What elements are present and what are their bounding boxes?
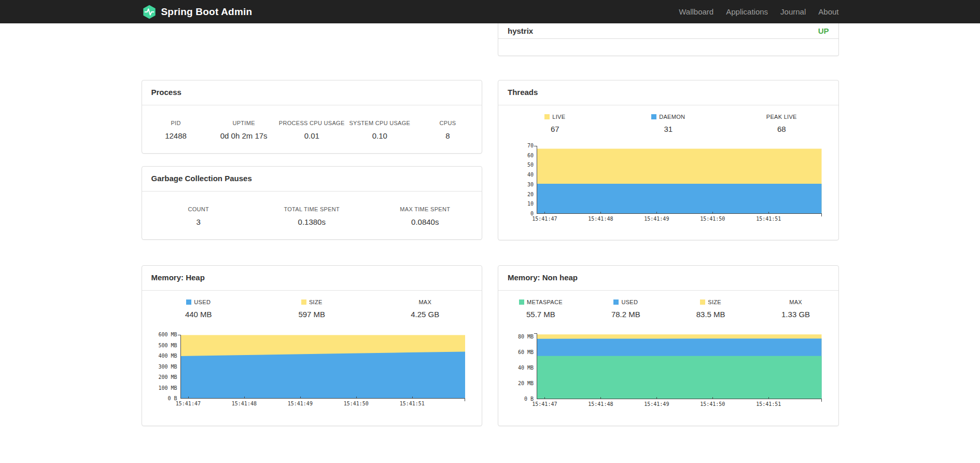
metric-label: COUNT: [142, 206, 256, 212]
y-axis-label: 80 MB: [518, 334, 534, 339]
metric-value: 0.1380s: [255, 217, 369, 226]
threads-panel-title: Threads: [498, 80, 838, 105]
legend-value: 78.2 MB: [611, 310, 640, 319]
x-axis-tick: [600, 397, 601, 399]
brand-link[interactable]: Spring Boot Admin: [142, 4, 253, 20]
legend-label: DAEMON: [659, 114, 685, 120]
y-axis-label: 500 MB: [158, 343, 177, 348]
health-row: hystrix UP: [498, 23, 838, 39]
metric-pid: PID 12488: [142, 120, 210, 140]
legend-value: 83.5 MB: [696, 310, 725, 319]
nav-item-about[interactable]: About: [812, 7, 838, 16]
legend-label: LIVE: [552, 114, 565, 120]
x-axis-tick: [300, 397, 301, 399]
legend-item-size: SIZE 597 MB: [255, 299, 369, 319]
metric-value: 3: [142, 217, 256, 226]
y-axis: [537, 146, 537, 214]
x-axis-labels: 15:41:4715:41:4815:41:4915:41:5015:41:51: [537, 401, 822, 410]
legend-swatch: [186, 299, 191, 305]
legend-swatch: [519, 299, 524, 305]
legend-value: 597 MB: [298, 310, 325, 319]
memory-heap-chart: 0 B100 MB200 MB300 MB400 MB500 MB600 MB1…: [180, 335, 466, 409]
main-content: Process PID 12488 UPTIME 0d 0h 2m 17s PR…: [134, 23, 847, 426]
memory-heap-panel-title: Memory: Heap: [142, 266, 482, 291]
legend-label: USED: [621, 299, 638, 305]
y-axis: [537, 333, 537, 399]
gc-panel: Garbage Collection Pauses COUNT 3 TOTAL …: [142, 166, 483, 240]
metric-value: 0.01: [278, 131, 346, 140]
metric-value: 0.0840s: [369, 217, 482, 226]
y-axis-end-tick: [534, 146, 537, 146]
gc-panel-title: Garbage Collection Pauses: [142, 167, 482, 192]
nav-item-journal[interactable]: Journal: [774, 7, 812, 16]
legend-label: SIZE: [708, 299, 721, 305]
legend-label: USED: [194, 299, 211, 305]
memory-nonheap-panel-title: Memory: Non heap: [498, 266, 838, 291]
chart-plot: 010203040506070: [537, 146, 822, 214]
memory-heap-body: USED 440 MB SIZE 597 MB MAX 4.25 GB 0 B1…: [142, 291, 482, 409]
x-axis-tick: [544, 212, 545, 214]
metric-label: TOTAL TIME SPENT: [255, 206, 369, 212]
x-axis-tick: [656, 397, 657, 399]
metric-process-cpu: PROCESS CPU USAGE 0.01: [278, 120, 346, 140]
left-column: Process PID 12488 UPTIME 0d 0h 2m 17s PR…: [134, 23, 491, 426]
y-axis-label: 40 MB: [518, 365, 534, 371]
metric-gc-max-time: MAX TIME SPENT 0.0840s: [369, 206, 482, 226]
x-axis-label: 15:41:48: [232, 401, 257, 406]
y-axis-label: 70: [527, 143, 534, 148]
area-chart-svg: [537, 333, 822, 399]
x-axis: [537, 399, 822, 399]
threads-panel: Threads LIVE 67 DAEMON 31 PEAK LIVE 68: [498, 80, 839, 240]
y-axis-label: 60 MB: [518, 350, 534, 355]
chart-plot: 0 B100 MB200 MB300 MB400 MB500 MB600 MB: [180, 335, 466, 399]
legend-item-peak-live: PEAK LIVE 68: [725, 114, 838, 133]
legend-swatch: [613, 299, 619, 305]
x-axis-tick: [412, 397, 413, 399]
nav-item-wallboard[interactable]: Wallboard: [673, 7, 720, 16]
x-axis-tick: [188, 397, 189, 399]
legend-value: 4.25 GB: [411, 310, 439, 319]
spring-boot-admin-logo-icon: [142, 4, 157, 20]
y-axis-label: 20 MB: [518, 381, 534, 386]
x-axis-tick: [712, 397, 713, 399]
legend-value: 68: [777, 125, 786, 133]
memory-nonheap-body: METASPACE 55.7 MB USED 78.2 MB SIZE 83.5…: [498, 291, 838, 410]
memory-heap-panel: Memory: Heap USED 440 MB SIZE 597 MB MAX…: [142, 265, 483, 426]
legend-swatch: [700, 299, 705, 305]
legend-value: 55.7 MB: [526, 310, 555, 319]
metric-label: SYSTEM CPU USAGE: [346, 120, 414, 126]
brand-title: Spring Boot Admin: [161, 6, 253, 18]
nonheap-legend: METASPACE 55.7 MB USED 78.2 MB SIZE 83.5…: [498, 299, 838, 319]
process-panel: Process PID 12488 UPTIME 0d 0h 2m 17s PR…: [142, 80, 483, 154]
y-axis-label: 300 MB: [158, 364, 177, 370]
legend-label: MAX: [789, 299, 802, 305]
metric-system-cpu: SYSTEM CPU USAGE 0.10: [346, 120, 414, 140]
legend-swatch: [651, 114, 656, 119]
x-axis-label: 15:41:51: [756, 401, 781, 407]
metric-value: 0d 0h 2m 17s: [210, 131, 278, 140]
x-axis-label: 15:41:47: [532, 216, 557, 222]
x-axis-tick: [356, 397, 357, 399]
x-axis: [180, 398, 466, 399]
y-axis-label: 200 MB: [158, 375, 177, 380]
heap-legend: USED 440 MB SIZE 597 MB MAX 4.25 GB: [142, 299, 482, 319]
legend-item-max: MAX 4.25 GB: [369, 299, 482, 319]
nav-item-applications[interactable]: Applications: [720, 7, 774, 16]
y-axis-label: 400 MB: [158, 353, 177, 359]
health-panel-padding: [498, 39, 838, 56]
metric-label: PID: [142, 120, 210, 126]
process-metrics: PID 12488 UPTIME 0d 0h 2m 17s PROCESS CP…: [142, 105, 482, 140]
x-axis-tick: [768, 397, 769, 399]
legend-value: 1.33 GB: [781, 310, 810, 319]
legend-item-size: SIZE 83.5 MB: [668, 299, 753, 319]
metric-label: PROCESS CPU USAGE: [278, 120, 346, 126]
y-axis-label: 10: [527, 201, 534, 207]
x-axis-tick: [768, 212, 769, 214]
area-chart-svg: [537, 146, 822, 214]
navbar: Spring Boot Admin Wallboard Applications…: [0, 0, 980, 23]
process-panel-title: Process: [142, 80, 482, 105]
threads-body: LIVE 67 DAEMON 31 PEAK LIVE 68 010203040…: [498, 105, 838, 224]
x-axis-tick: [244, 397, 245, 399]
legend-swatch: [544, 114, 550, 119]
x-axis-label: 15:41:49: [644, 216, 669, 222]
